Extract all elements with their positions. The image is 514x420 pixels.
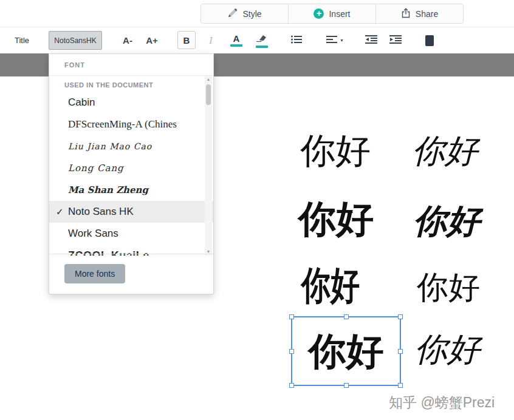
- bold-button[interactable]: B: [177, 31, 196, 49]
- insert-button[interactable]: + Insert: [289, 4, 376, 23]
- highlight-color-bar: [256, 46, 268, 48]
- font-option-label: Ma Shan Zheng: [68, 185, 148, 195]
- decrease-font-size-button[interactable]: A-: [117, 31, 138, 50]
- font-list-scrollbar[interactable]: ▲ ▼: [205, 76, 212, 256]
- theme-button[interactable]: [419, 31, 440, 50]
- align-button[interactable]: ▾: [320, 31, 349, 50]
- font-dropdown: FONT USED IN THE DOCUMENT Cabin DFScreen…: [49, 53, 214, 294]
- highlight-color-button[interactable]: [251, 31, 273, 50]
- selection-handle[interactable]: [398, 314, 403, 319]
- scrollbar-thumb[interactable]: [206, 84, 211, 105]
- chevron-down-icon: ▾: [340, 38, 343, 43]
- increase-font-size-button[interactable]: A+: [142, 31, 162, 50]
- outdent-icon: [365, 35, 377, 46]
- font-option-liu-jian-mao-cao[interactable]: Liu Jian Mao Cao: [49, 135, 213, 157]
- pencil-icon: [227, 8, 238, 20]
- style-button-label: Style: [242, 9, 261, 19]
- highlighter-icon: [256, 33, 268, 44]
- font-option-label: Liu Jian Mao Cao: [68, 141, 152, 151]
- text-sample-4[interactable]: 你好: [413, 204, 480, 237]
- theme-icon: [425, 35, 434, 46]
- font-dropdown-footer: More fonts: [49, 254, 213, 294]
- font-option-label: Cabin: [68, 97, 95, 109]
- font-option-label: DFScreenMing-A (Chines: [68, 118, 177, 130]
- style-button[interactable]: Style: [201, 4, 289, 23]
- plus-icon: +: [314, 8, 324, 19]
- text-sample-5[interactable]: 你好: [301, 266, 360, 305]
- text-sample-3[interactable]: 你好: [298, 200, 374, 238]
- insert-button-label: Insert: [329, 9, 350, 19]
- selection-box[interactable]: 你好: [291, 316, 401, 386]
- selection-handle[interactable]: [344, 314, 349, 319]
- decrease-indent-button[interactable]: [360, 31, 382, 50]
- prezi-editor: Style + Insert Share Title NotoSansHK A-…: [0, 0, 514, 420]
- format-toolbar: Title NotoSansHK A- A+ B I A ▾: [0, 27, 514, 53]
- align-left-icon: [326, 35, 337, 46]
- share-button[interactable]: Share: [376, 4, 463, 23]
- font-option-noto-sans-hk[interactable]: ✓ Noto Sans HK: [49, 201, 213, 223]
- selection-handle[interactable]: [344, 383, 349, 388]
- selection-handle[interactable]: [289, 314, 294, 319]
- watermark: 知乎 @螃蟹Prezi: [389, 393, 495, 412]
- font-option-label: Noto Sans HK: [68, 206, 134, 218]
- share-button-label: Share: [416, 9, 438, 19]
- font-family-button[interactable]: NotoSansHK: [49, 31, 102, 50]
- action-button-group: Style + Insert Share: [200, 4, 464, 24]
- top-bar: Style + Insert Share: [0, 0, 514, 27]
- increase-indent-button[interactable]: [385, 31, 406, 50]
- text-color-label: A: [233, 34, 240, 43]
- font-option-label: Work Sans: [68, 228, 118, 240]
- selection-handle[interactable]: [289, 349, 294, 354]
- text-sample-2[interactable]: 你好: [412, 135, 478, 168]
- text-color-bar: [230, 44, 242, 47]
- bullet-list-icon: [291, 35, 302, 46]
- font-list: USED IN THE DOCUMENT Cabin DFScreenMing-…: [49, 76, 213, 256]
- share-icon: [401, 8, 411, 20]
- italic-button[interactable]: I: [202, 31, 220, 50]
- text-sample-1[interactable]: 你好: [300, 133, 371, 168]
- text-style-button[interactable]: Title: [6, 31, 38, 50]
- text-sample-7-selected[interactable]: 你好: [309, 333, 384, 370]
- indent-icon: [389, 35, 402, 46]
- text-sample-6[interactable]: 你好: [417, 271, 480, 303]
- text-color-button[interactable]: A: [227, 31, 246, 50]
- font-section-header: USED IN THE DOCUMENT: [49, 76, 213, 92]
- check-icon: ✓: [56, 206, 68, 217]
- font-option-dfscreenming[interactable]: DFScreenMing-A (Chines: [49, 113, 213, 135]
- more-fonts-button[interactable]: More fonts: [64, 264, 125, 283]
- text-sample-8[interactable]: 你好: [414, 333, 480, 366]
- font-option-label: Long Cang: [68, 163, 124, 174]
- font-option-work-sans[interactable]: Work Sans: [49, 223, 213, 245]
- font-option-ma-shan-zheng[interactable]: Ma Shan Zheng: [49, 179, 213, 201]
- scroll-up-icon[interactable]: ▲: [205, 76, 212, 83]
- font-option-long-cang[interactable]: Long Cang: [49, 157, 213, 179]
- selection-handle[interactable]: [289, 383, 294, 388]
- selection-handle[interactable]: [398, 349, 403, 354]
- selection-handle[interactable]: [398, 383, 403, 388]
- font-dropdown-title: FONT: [49, 54, 213, 76]
- font-option-cabin[interactable]: Cabin: [49, 92, 213, 113]
- bullet-list-button[interactable]: [286, 31, 307, 50]
